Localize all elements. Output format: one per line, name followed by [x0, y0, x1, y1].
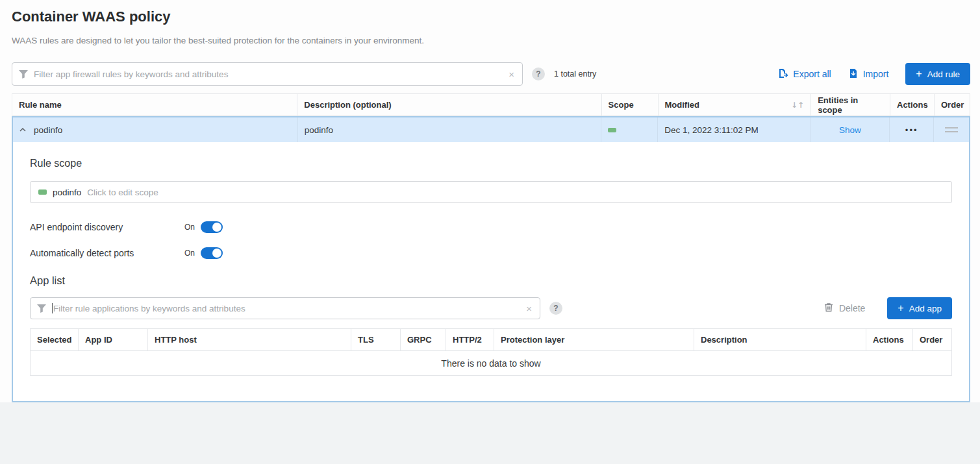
- page-subtitle: WAAS rules are designed to let you tailo…: [12, 36, 970, 45]
- export-icon: [778, 68, 788, 80]
- rule-modified-cell: Dec 1, 2022 3:11:02 PM: [658, 117, 810, 142]
- toggle-state-label: On: [184, 223, 195, 232]
- rule-entities-cell: Show: [811, 117, 890, 142]
- filter-funnel-icon: [37, 304, 46, 313]
- import-button[interactable]: Import: [848, 68, 889, 80]
- collection-scope-icon: [38, 189, 47, 195]
- trash-icon: [824, 302, 833, 314]
- text-cursor: [52, 303, 53, 313]
- app-list-toolbar: × ? Delete + Add app: [30, 297, 952, 319]
- apps-table: Selected App ID HTTP host TLS GRPC HTTP/…: [30, 328, 952, 376]
- app-list-heading: App list: [30, 259, 952, 287]
- sort-icon[interactable]: ↓↑: [791, 101, 804, 110]
- clear-filter-icon[interactable]: ×: [507, 69, 516, 80]
- actions-menu-icon[interactable]: •••: [905, 125, 918, 135]
- col-app-description: Description: [694, 329, 866, 350]
- help-icon[interactable]: ?: [532, 67, 545, 80]
- rule-actions-cell: •••: [890, 117, 934, 142]
- scope-value: podinfo: [53, 188, 81, 197]
- toggle-state-label: On: [184, 249, 195, 258]
- collection-scope-icon: [608, 128, 616, 132]
- plus-icon: +: [898, 303, 903, 313]
- clear-filter-icon[interactable]: ×: [525, 303, 533, 314]
- main-content: Container WAAS policy WAAS rules are des…: [0, 0, 980, 402]
- rules-filter-box[interactable]: ×: [12, 62, 523, 86]
- col-rule-name[interactable]: Rule name: [12, 94, 297, 116]
- rule-order-cell: [934, 117, 969, 142]
- rule-scope-cell: [601, 117, 658, 142]
- add-app-label: Add app: [909, 304, 942, 313]
- rule-name: podinfo: [34, 125, 62, 135]
- auto-detect-ports-row: Automatically detect ports On: [30, 247, 952, 259]
- col-tls: TLS: [351, 329, 401, 350]
- rules-toolbar: × ? 1 total entry Export all Import + Ad…: [12, 62, 970, 86]
- col-scope[interactable]: Scope: [602, 94, 659, 116]
- col-order: Order: [935, 94, 970, 116]
- toggle-knob: [212, 223, 221, 232]
- total-entries-label: 1 total entry: [554, 69, 596, 79]
- empty-table-message: There is no data to show: [31, 351, 951, 375]
- table-row-podinfo[interactable]: podinfo podinfo Dec 1, 2022 3:11:02 PM S…: [13, 117, 969, 142]
- import-label: Import: [863, 69, 889, 79]
- export-all-label: Export all: [793, 69, 831, 79]
- col-grpc: GRPC: [401, 329, 446, 350]
- scope-edit-box[interactable]: podinfo Click to edit scope: [30, 181, 952, 203]
- col-selected: Selected: [31, 329, 79, 350]
- col-modified[interactable]: Modified ↓↑: [659, 94, 812, 116]
- show-entities-link[interactable]: Show: [839, 125, 861, 135]
- rule-detail-panel: Rule scope podinfo Click to edit scope A…: [13, 142, 969, 401]
- rules-filter-input[interactable]: [34, 69, 507, 79]
- col-entities-in-scope[interactable]: Entities in scope: [811, 94, 890, 116]
- rules-table: Rule name Description (optional) Scope M…: [12, 93, 970, 402]
- scope-edit-placeholder: Click to edit scope: [87, 188, 158, 197]
- rule-description-cell: podinfo: [298, 117, 602, 142]
- toggle-knob: [212, 249, 221, 258]
- rules-table-header: Rule name Description (optional) Scope M…: [12, 93, 970, 116]
- add-rule-button[interactable]: + Add rule: [905, 63, 970, 85]
- import-icon: [848, 68, 859, 80]
- add-app-button[interactable]: + Add app: [887, 297, 952, 319]
- delete-label: Delete: [839, 303, 865, 313]
- filter-funnel-icon: [19, 70, 28, 79]
- drag-handle-icon[interactable]: [945, 127, 958, 132]
- auto-detect-ports-toggle[interactable]: [201, 247, 223, 259]
- rule-scope-heading: Rule scope: [30, 142, 952, 169]
- col-actions: Actions: [890, 94, 935, 116]
- export-all-button[interactable]: Export all: [778, 68, 831, 80]
- delete-app-button[interactable]: Delete: [824, 302, 865, 314]
- col-description[interactable]: Description (optional): [297, 94, 601, 116]
- plus-icon: +: [916, 69, 922, 79]
- auto-detect-ports-label: Automatically detect ports: [30, 248, 184, 258]
- api-endpoint-discovery-label: API endpoint discovery: [30, 222, 184, 232]
- help-icon[interactable]: ?: [549, 302, 562, 315]
- col-app-order: Order: [913, 329, 951, 350]
- app-filter-input[interactable]: [53, 304, 525, 313]
- col-app-id: App ID: [79, 329, 148, 350]
- col-app-actions: Actions: [866, 329, 913, 350]
- rule-row-group: podinfo podinfo Dec 1, 2022 3:11:02 PM S…: [12, 116, 970, 402]
- api-endpoint-discovery-row: API endpoint discovery On: [30, 221, 952, 233]
- add-rule-label: Add rule: [927, 69, 960, 79]
- rule-name-cell[interactable]: podinfo: [13, 117, 298, 142]
- col-protection-layer: Protection layer: [494, 329, 694, 350]
- collapse-chevron-icon[interactable]: [19, 128, 26, 132]
- col-http2: HTTP/2: [446, 329, 494, 350]
- apps-table-header: Selected App ID HTTP host TLS GRPC HTTP/…: [31, 329, 951, 351]
- col-http-host: HTTP host: [148, 329, 351, 350]
- api-endpoint-discovery-toggle[interactable]: [201, 221, 223, 233]
- app-filter-box[interactable]: ×: [30, 297, 540, 319]
- page-title: Container WAAS policy: [12, 0, 970, 26]
